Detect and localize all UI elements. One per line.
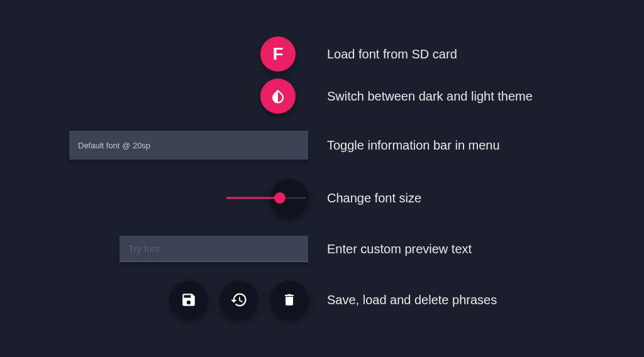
save-phrase-button[interactable]	[170, 281, 208, 319]
preview-placeholder: Try font	[128, 243, 160, 254]
theme-toggle-button[interactable]	[260, 79, 296, 114]
font-icon: F	[272, 44, 283, 64]
settings-help-overlay: F Default font @ 20sp	[0, 0, 644, 326]
preview-label: Enter custom preview text	[327, 224, 644, 273]
phrase-buttons-group	[170, 281, 308, 319]
load-font-label: Load font from SD card	[327, 35, 644, 74]
info-bar-label: Toggle information bar in menu	[327, 119, 644, 172]
load-font-button[interactable]: F	[260, 36, 296, 72]
controls-column: F Default font @ 20sp	[0, 35, 308, 326]
trash-icon	[282, 292, 297, 307]
info-bar-text: Default font @ 20sp	[78, 141, 150, 150]
font-size-label: Change font size	[327, 172, 644, 224]
slider-track-active	[226, 197, 278, 199]
theme-label: Switch between dark and light theme	[327, 74, 644, 119]
info-bar-display[interactable]: Default font @ 20sp	[69, 131, 308, 160]
phrases-label: Save, load and delete phrases	[327, 273, 644, 326]
save-icon	[180, 292, 197, 308]
delete-phrase-button[interactable]	[270, 281, 308, 319]
invert-colors-icon	[269, 87, 287, 105]
preview-text-input[interactable]: Try font	[119, 236, 308, 262]
font-size-slider[interactable]	[226, 179, 308, 217]
slider-thumb[interactable]	[274, 192, 286, 204]
history-icon	[230, 291, 248, 309]
slider-track-inactive	[287, 197, 306, 199]
load-phrase-button[interactable]	[220, 281, 258, 319]
labels-column: Load font from SD card Switch between da…	[327, 35, 644, 326]
